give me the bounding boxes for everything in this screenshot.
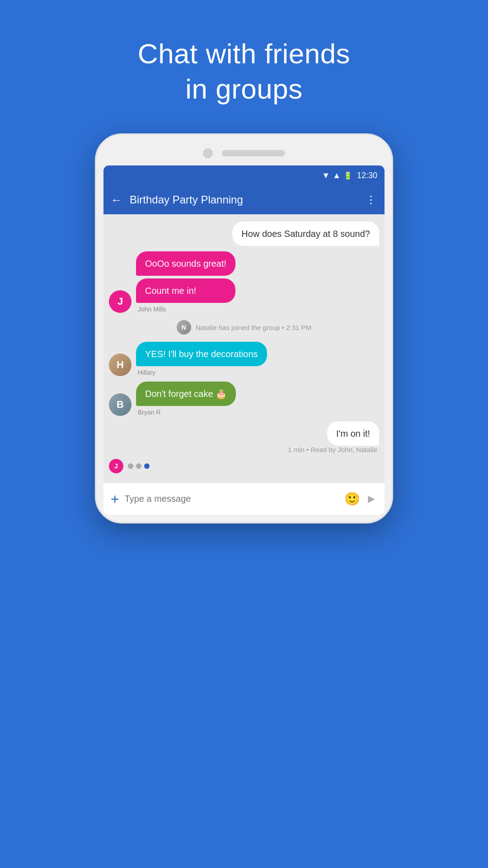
sender-name: Hillary <box>136 369 267 376</box>
status-bar: ▼ ▲ 🔋 12:30 <box>103 165 385 185</box>
message-row: I'm on it! 1 min • Read by John, Natalie <box>109 421 379 453</box>
status-time: 12:30 <box>357 171 377 180</box>
message-input[interactable] <box>125 494 339 504</box>
message-bubble: How does Saturday at 8 sound? <box>232 222 379 246</box>
message-bubble: Don't forget cake 🎂 <box>136 382 236 406</box>
typing-dot <box>136 463 141 469</box>
message-row: How does Saturday at 8 sound? <box>109 222 379 246</box>
typing-dot <box>128 463 133 469</box>
message-bubble: YES! I'll buy the decorations <box>136 342 267 366</box>
phone-mockup: ▼ ▲ 🔋 12:30 ← Birthday Party Planning ⋮ … <box>95 133 393 524</box>
typing-dot <box>144 463 150 469</box>
avatar: J <box>109 290 131 313</box>
system-message: N Natalie has joined the group • 2:31 PM <box>109 320 379 335</box>
avatar: B <box>109 393 131 416</box>
more-options-button[interactable]: ⋮ <box>366 193 377 206</box>
phone-speaker <box>222 150 285 156</box>
input-bar: + 🙂 ► <box>103 482 385 515</box>
page-title: Chat with friends in groups <box>138 36 350 106</box>
message-bubble: Count me in! <box>136 278 235 303</box>
message-content: Don't forget cake 🎂 Bryan R <box>136 382 236 416</box>
phone-screen: ▼ ▲ 🔋 12:30 ← Birthday Party Planning ⋮ … <box>103 165 385 515</box>
hillary-avatar: H <box>109 354 131 376</box>
chat-area: How does Saturday at 8 sound? J OoOo sou… <box>103 214 385 482</box>
system-text: Natalie has joined the group • 2:31 PM <box>196 324 311 331</box>
typing-dots <box>128 463 150 469</box>
message-bubble: OoOo sounds great! <box>136 251 235 276</box>
avatar: H <box>109 354 131 376</box>
sender-name: John Mills <box>136 306 235 313</box>
typing-indicator: J <box>109 459 379 475</box>
typing-avatar: J <box>109 459 123 473</box>
battery-icon: 🔋 <box>343 171 352 180</box>
system-avatar: N <box>177 320 191 335</box>
message-row: J OoOo sounds great! Count me in! John M… <box>109 251 379 313</box>
add-attachment-button[interactable]: + <box>111 492 119 506</box>
app-bar-title: Birthday Party Planning <box>130 193 358 206</box>
bryan-avatar: B <box>109 393 131 416</box>
phone-camera <box>203 148 213 158</box>
message-bubble: I'm on it! <box>327 421 379 446</box>
message-row: B Don't forget cake 🎂 Bryan R <box>109 382 379 416</box>
message-content: YES! I'll buy the decorations Hillary <box>136 342 267 376</box>
phone-top-bar <box>103 148 385 158</box>
message-content: OoOo sounds great! Count me in! John Mil… <box>136 251 235 313</box>
sender-name: Bryan R <box>136 409 236 416</box>
wifi-icon: ▼ <box>322 171 330 180</box>
emoji-button[interactable]: 🙂 <box>344 491 360 506</box>
app-bar: ← Birthday Party Planning ⋮ <box>103 185 385 214</box>
message-row: H YES! I'll buy the decorations Hillary <box>109 342 379 376</box>
send-button[interactable]: ► <box>366 492 377 506</box>
signal-icon: ▲ <box>333 171 341 180</box>
back-button[interactable]: ← <box>111 193 122 207</box>
read-receipt: 1 min • Read by John, Natalie <box>288 446 379 453</box>
status-icons: ▼ ▲ 🔋 12:30 <box>322 171 377 180</box>
